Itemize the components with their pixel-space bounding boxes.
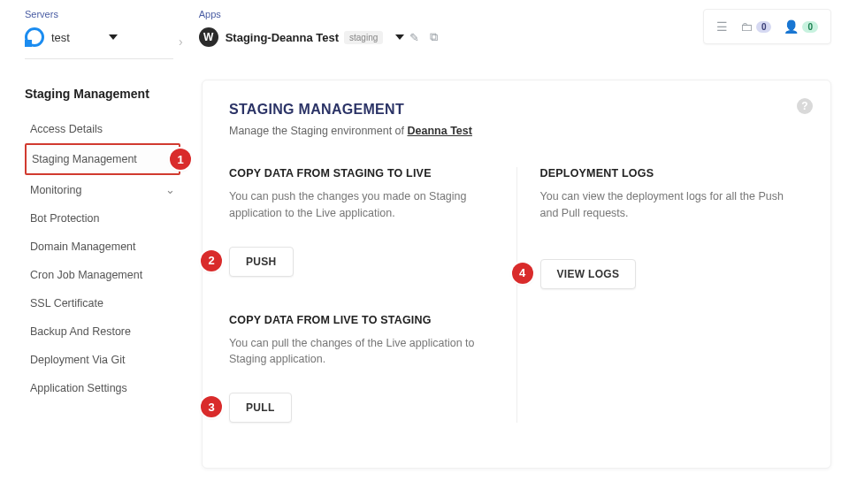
sidebar-item-label: Bot Protection <box>30 212 100 225</box>
sidebar-item-ssl-certificate[interactable]: SSL Certificate <box>25 289 180 317</box>
user-badge: 0 <box>802 21 818 33</box>
column-right: DEPLOYMENT LOGS You can view the deploym… <box>516 167 805 423</box>
caret-down-icon[interactable] <box>109 34 118 40</box>
app-name: Staging-Deanna Test <box>226 31 339 44</box>
annotation-bubble-4: 4 <box>512 263 533 284</box>
sidebar-item-label: Monitoring <box>30 184 81 196</box>
annotation-bubble-3: 3 <box>201 396 222 417</box>
page-subtitle-text: Manage the Staging environment of <box>229 125 408 137</box>
page-title: STAGING MANAGEMENT <box>229 102 804 118</box>
breadcrumb-apps[interactable]: Apps W Staging-Deanna Test staging ✎ ⧉ <box>199 9 444 51</box>
apps-label: Apps <box>199 9 444 19</box>
sidebar: Staging Management Access Details Stagin… <box>25 60 180 469</box>
content-panel: ? STAGING MANAGEMENT Manage the Staging … <box>202 80 831 469</box>
sidebar-item-application-settings[interactable]: Application Settings <box>25 374 180 402</box>
folder-badge: 0 <box>756 21 772 33</box>
help-icon[interactable]: ? <box>797 98 813 114</box>
user-icon[interactable]: 👤0 <box>784 19 818 34</box>
pull-title: COPY DATA FROM LIVE TO STAGING <box>229 314 493 326</box>
push-button[interactable]: PUSH <box>229 247 294 277</box>
sidebar-item-label: Cron Job Management <box>30 269 142 281</box>
sidebar-item-label: Backup And Restore <box>30 325 131 338</box>
sidebar-item-monitoring[interactable]: Monitoring ⌄ <box>25 175 180 204</box>
logs-desc: You can view the deployment logs for all… <box>540 188 805 222</box>
section-logs: DEPLOYMENT LOGS You can view the deploym… <box>540 167 805 289</box>
sidebar-item-backup-and-restore[interactable]: Backup And Restore <box>25 317 180 346</box>
list-icon[interactable]: ☰ <box>716 19 728 34</box>
sidebar-item-label: Domain Management <box>30 241 136 253</box>
section-pull: COPY DATA FROM LIVE TO STAGING You can p… <box>229 314 493 424</box>
top-bar: Servers test › Apps W Staging-Deanna Tes… <box>0 0 849 60</box>
staging-pill: staging <box>344 31 383 44</box>
sidebar-item-deployment-via-git[interactable]: Deployment Via Git <box>25 346 180 374</box>
pull-desc: You can pull the changes of the Live app… <box>229 335 493 369</box>
server-name: test <box>51 31 70 44</box>
push-title: COPY DATA FROM STAGING TO LIVE <box>229 167 493 179</box>
chevron-down-icon: ⌄ <box>165 183 175 196</box>
annotation-bubble-1: 1 <box>170 149 191 170</box>
open-external-icon[interactable]: ⧉ <box>430 30 438 44</box>
pull-button[interactable]: PULL <box>229 393 292 423</box>
sidebar-item-access-details[interactable]: Access Details <box>25 115 180 143</box>
push-desc: You can push the changes you made on Sta… <box>229 188 493 222</box>
logs-title: DEPLOYMENT LOGS <box>540 167 805 179</box>
caret-down-icon[interactable] <box>395 34 404 40</box>
sidebar-item-label: Deployment Via Git <box>30 354 125 366</box>
sidebar-title: Staging Management <box>25 87 180 101</box>
sidebar-item-staging-management[interactable]: Staging Management 1 <box>25 143 180 175</box>
edit-icon[interactable]: ✎ <box>409 31 419 44</box>
section-push: COPY DATA FROM STAGING TO LIVE You can p… <box>229 167 493 277</box>
annotation-bubble-2: 2 <box>201 250 222 271</box>
sidebar-item-label: Access Details <box>30 123 103 135</box>
content-columns: COPY DATA FROM STAGING TO LIVE You can p… <box>229 167 804 423</box>
top-right-toolbar: ☰ 🗀0 👤0 <box>703 9 831 44</box>
breadcrumb-servers[interactable]: Servers test <box>25 9 173 59</box>
column-left: COPY DATA FROM STAGING TO LIVE You can p… <box>229 167 516 423</box>
digitalocean-icon <box>25 27 44 47</box>
sidebar-item-label: Staging Management <box>32 153 137 165</box>
sidebar-item-cron-job-management[interactable]: Cron Job Management <box>25 261 180 289</box>
chevron-right-icon: › <box>179 34 183 49</box>
page-subtitle-link[interactable]: Deanna Test <box>408 125 472 137</box>
sidebar-item-bot-protection[interactable]: Bot Protection <box>25 204 180 233</box>
page-subtitle: Manage the Staging environment of Deanna… <box>229 125 804 137</box>
servers-label: Servers <box>25 9 173 19</box>
sidebar-item-domain-management[interactable]: Domain Management <box>25 233 180 261</box>
sidebar-item-label: Application Settings <box>30 382 127 394</box>
sidebar-item-label: SSL Certificate <box>30 297 103 309</box>
view-logs-button[interactable]: VIEW LOGS <box>540 259 637 289</box>
main-layout: Staging Management Access Details Stagin… <box>0 60 849 469</box>
wordpress-icon: W <box>199 27 218 47</box>
folder-icon[interactable]: 🗀0 <box>740 19 772 34</box>
